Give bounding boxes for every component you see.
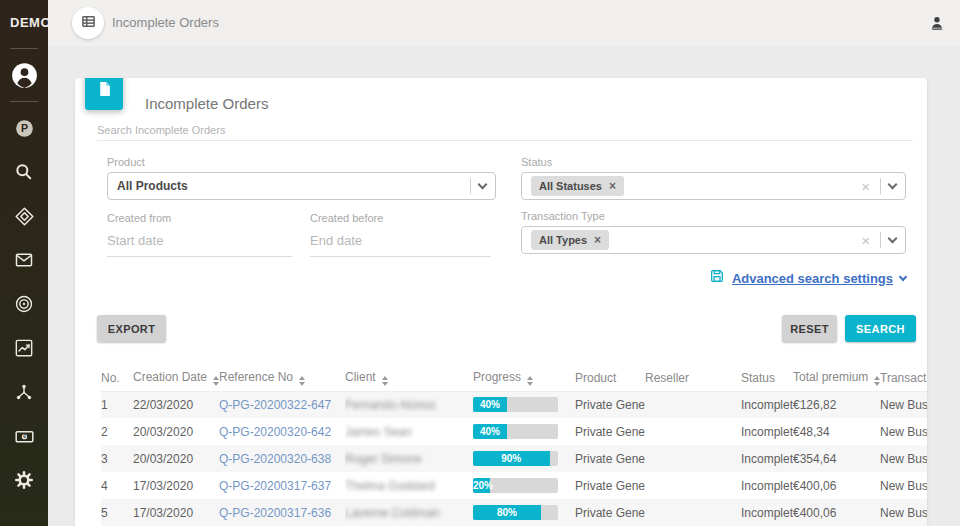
transaction-type-select[interactable]: All Types× × (521, 226, 906, 254)
svg-text:P: P (20, 122, 27, 134)
cell-creation-date: 22/03/2020 (133, 391, 219, 418)
column-header: No. (101, 365, 133, 391)
table-row[interactable]: 2 20/03/2020 Q-PG-20200320-642 James Sea… (101, 418, 927, 445)
sidebar-item-messages[interactable] (12, 248, 36, 272)
table-row[interactable]: 1 22/03/2020 Q-PG-20200322-647 Fernando … (101, 391, 927, 418)
cell-total-premium: €354,64 (793, 445, 880, 472)
progress-bar: 80% (473, 505, 558, 520)
column-header: Status (741, 365, 793, 391)
status-select[interactable]: All Statuses× × (521, 172, 906, 200)
svg-text:0: 0 (23, 434, 26, 439)
table-row[interactable]: 4 17/03/2020 Q-PG-20200317-637 Thelma Go… (101, 472, 927, 499)
search-button[interactable]: SEARCH (845, 315, 916, 342)
cell-reseller (645, 391, 741, 418)
sort-icon[interactable] (299, 376, 305, 386)
cell-reseller (645, 499, 741, 526)
chevron-down-icon (888, 234, 898, 244)
p-badge-icon: P (14, 118, 35, 139)
cell-status: Incomplete (741, 472, 793, 499)
sidebar: DEMO P (0, 0, 48, 526)
cell-product: Private Gene... (575, 391, 645, 418)
advanced-search-toggle[interactable]: Advanced search settings (521, 268, 906, 288)
sidebar-item-reports[interactable] (12, 336, 36, 360)
cell-creation-date: 17/03/2020 (133, 472, 219, 499)
created-before-field: Created before End date (310, 212, 491, 257)
sidebar-item-settings[interactable] (12, 468, 36, 492)
menu-button[interactable] (72, 7, 104, 39)
document-chip (85, 78, 123, 110)
table-row[interactable]: 3 20/03/2020 Q-PG-20200320-638 Roger Sim… (101, 445, 927, 472)
progress-fill: 40% (473, 397, 507, 412)
cell-status: Incomplete (741, 391, 793, 418)
cell-transaction: New Bus (880, 418, 927, 445)
sidebar-item-search[interactable] (12, 160, 36, 184)
reference-link[interactable]: Q-PG-20200320-638 (219, 452, 331, 466)
incomplete-orders-card: Incomplete Orders Search Incomplete Orde… (75, 78, 927, 526)
cell-reseller (645, 445, 741, 472)
sidebar-item-network[interactable] (12, 380, 36, 404)
sidebar-item-products[interactable] (12, 204, 36, 228)
clear-icon[interactable]: × (859, 233, 872, 248)
clear-icon[interactable]: × (859, 179, 872, 194)
sort-icon[interactable] (382, 376, 388, 386)
cell-client: Thelma Goddard (345, 479, 435, 493)
cell-transaction: New Bus (880, 472, 927, 499)
select-divider (880, 232, 881, 248)
cell-total-premium: €126,82 (793, 391, 880, 418)
end-date-input[interactable]: End date (310, 233, 491, 257)
reference-link[interactable]: Q-PG-20200317-637 (219, 479, 331, 493)
page-title: Incomplete Orders (112, 15, 219, 30)
tag-remove-icon[interactable]: × (609, 179, 616, 193)
sidebar-item-payments[interactable]: 0 (12, 424, 36, 448)
cell-reseller (645, 418, 741, 445)
cell-total-premium: €48,34 (793, 418, 880, 445)
cell-no: 5 (101, 499, 133, 526)
table-header-row: No. Creation Date Reference No Client Pr… (101, 365, 927, 391)
tag-remove-icon[interactable]: × (594, 233, 601, 247)
start-date-input[interactable]: Start date (107, 233, 292, 257)
select-divider (880, 178, 881, 194)
reference-link[interactable]: Q-PG-20200317-636 (219, 506, 331, 520)
product-select[interactable]: All Products (107, 172, 496, 200)
created-from-field: Created from Start date (107, 212, 292, 257)
export-button[interactable]: EXPORT (97, 315, 166, 342)
sidebar-item-targets[interactable] (12, 292, 36, 316)
created-before-label: Created before (310, 212, 491, 224)
column-header: Progress (473, 365, 575, 391)
column-header: Product (575, 365, 645, 391)
sort-icon[interactable] (527, 376, 533, 386)
status-label: Status (521, 156, 906, 168)
select-divider (470, 178, 471, 194)
account-button[interactable] (928, 14, 946, 32)
cell-transaction: New Bus (880, 391, 927, 418)
money-icon: 0 (14, 426, 35, 447)
column-header: Transact (880, 365, 927, 391)
product-field: Product All Products (107, 156, 496, 200)
gear-icon (14, 470, 34, 490)
cell-no: 2 (101, 418, 133, 445)
network-icon (14, 382, 34, 402)
status-tag: All Statuses× (531, 176, 624, 196)
progress-fill: 40% (473, 424, 507, 439)
sidebar-item-partners[interactable]: P (12, 116, 36, 140)
cell-total-premium: €400,06 (793, 472, 880, 499)
chart-icon (14, 338, 34, 358)
cell-status: Incomplete (741, 445, 793, 472)
section-divider (97, 140, 913, 141)
table-body: 1 22/03/2020 Q-PG-20200322-647 Fernando … (101, 391, 927, 526)
package-icon (14, 206, 35, 227)
reference-link[interactable]: Q-PG-20200320-642 (219, 425, 331, 439)
table-row[interactable]: 5 17/03/2020 Q-PG-20200317-636 Laverne C… (101, 499, 927, 526)
advanced-search-link[interactable]: Advanced search settings (732, 271, 893, 286)
sidebar-divider (10, 48, 38, 49)
created-from-label: Created from (107, 212, 292, 224)
column-header: Reseller (645, 365, 741, 391)
reference-link[interactable]: Q-PG-20200322-647 (219, 398, 331, 412)
cell-client: Roger Simone (345, 452, 422, 466)
sidebar-item-account[interactable] (10, 61, 38, 89)
progress-bar: 40% (473, 424, 558, 439)
save-settings-icon (709, 268, 725, 288)
cell-no: 4 (101, 472, 133, 499)
reset-button[interactable]: RESET (782, 315, 837, 342)
grid-menu-icon (81, 14, 96, 32)
